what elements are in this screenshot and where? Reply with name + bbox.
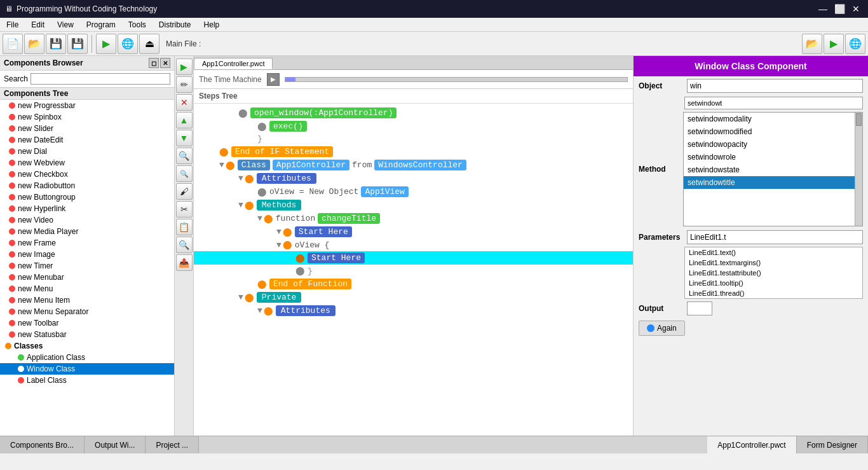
side-run-btn[interactable]: ▶ bbox=[176, 59, 193, 75]
toolbar-right-run[interactable]: ▶ bbox=[824, 34, 844, 54]
autocomplete-linedit-textmargins[interactable]: LineEdit1.textmargins() bbox=[685, 258, 862, 268]
menu-tools[interactable]: Tools bbox=[122, 19, 153, 31]
scroll-thumb[interactable] bbox=[856, 113, 862, 126]
panel-close-btn[interactable]: ✕ bbox=[160, 58, 170, 68]
code-line-function[interactable]: ▼ ⬤ function changeTitle bbox=[194, 212, 633, 225]
side-copy-btn[interactable]: 📋 bbox=[176, 219, 193, 235]
maximize-button[interactable]: ⬜ bbox=[832, 2, 846, 16]
status-tab-formdesigner[interactable]: Form Designer bbox=[797, 436, 868, 453]
tree-item-frame[interactable]: new Frame bbox=[0, 237, 174, 249]
tab-app1controller[interactable]: App1Controller.pwct bbox=[194, 58, 273, 69]
method-setwindowopacity[interactable]: setwindowopacity bbox=[684, 138, 855, 151]
method-setwindowmodality[interactable]: setwindowmodality bbox=[684, 113, 855, 125]
tree-item-buttongroup[interactable]: new Buttongroup bbox=[0, 191, 174, 203]
side-paint-btn[interactable]: 🖌 bbox=[176, 183, 193, 200]
tree-item-menubar[interactable]: new Menubar bbox=[0, 272, 174, 283]
tree-item-image[interactable]: new Image bbox=[0, 249, 174, 260]
tree-item-timer[interactable]: new Timer bbox=[0, 260, 174, 272]
time-slider[interactable] bbox=[285, 77, 628, 82]
code-line-class[interactable]: ▼ ⬤ Class App1Controller from WindowsCon… bbox=[194, 158, 633, 172]
code-line-starthere1[interactable]: ▼ ⬤ Start Here bbox=[194, 225, 633, 238]
method-setwindowstate[interactable]: setwindowstate bbox=[684, 163, 855, 176]
again-button[interactable]: Again bbox=[639, 321, 685, 336]
status-tab-project[interactable]: Project ... bbox=[146, 436, 199, 453]
autocomplete-linedit-tooltip[interactable]: LineEdit1.tooltip() bbox=[685, 278, 862, 288]
menu-program[interactable]: Program bbox=[80, 19, 122, 31]
tree-item-windowclass[interactable]: Window Class bbox=[0, 363, 174, 375]
object-input[interactable] bbox=[687, 79, 863, 93]
tree-item-radiobutton[interactable]: new Radiobutton bbox=[0, 180, 174, 191]
side-delete-btn[interactable]: ✕ bbox=[176, 94, 193, 111]
tree-item-checkbox[interactable]: new Checkbox bbox=[0, 169, 174, 180]
code-line-attributes2[interactable]: ▼ ⬤ Attributes bbox=[194, 304, 633, 317]
tree-section-classes[interactable]: Classes bbox=[0, 340, 174, 352]
side-export-btn[interactable]: 📤 bbox=[176, 254, 193, 271]
tree-item-menuitem[interactable]: new Menu Item bbox=[0, 294, 174, 306]
toolbar-web[interactable]: 🌐 bbox=[118, 34, 138, 54]
code-line-methods[interactable]: ▼ ⬤ Methods bbox=[194, 198, 633, 212]
side-down-btn[interactable]: ▼ bbox=[176, 130, 193, 146]
toolbar-saveas[interactable]: 💾 bbox=[67, 34, 88, 54]
code-line-starthere2[interactable]: ⬤ Start Here bbox=[194, 251, 633, 265]
autocomplete-linedit-thread[interactable]: LineEdit1.thread() bbox=[685, 288, 862, 298]
tree-item-webview[interactable]: new Webview bbox=[0, 157, 174, 169]
code-line-endfunction[interactable]: ⬤ End of Function bbox=[194, 277, 633, 291]
window-class-component-header: Window Class Component bbox=[634, 56, 868, 76]
tree-item-dial[interactable]: new Dial bbox=[0, 146, 174, 157]
tree-item-menuseparator[interactable]: new Menu Separator bbox=[0, 306, 174, 317]
code-line-private[interactable]: ▼ ⬤ Private bbox=[194, 291, 633, 304]
search-input[interactable] bbox=[31, 73, 170, 85]
menu-help[interactable]: Help bbox=[198, 19, 226, 31]
autocomplete-linedit-text[interactable]: LineEdit1.text() bbox=[685, 247, 862, 258]
tree-item-mediaplayer[interactable]: new Media Player bbox=[0, 226, 174, 237]
method-setwindowtitle[interactable]: setwindowtitle bbox=[684, 176, 855, 189]
menu-distribute[interactable]: Distribute bbox=[153, 19, 198, 31]
autocomplete-linedit-testattribute[interactable]: LineEdit1.testattribute() bbox=[685, 268, 862, 278]
tree-item-menu[interactable]: new Menu bbox=[0, 283, 174, 294]
tree-item-spinbox[interactable]: new Spinbox bbox=[0, 111, 174, 123]
minimize-button[interactable]: — bbox=[816, 2, 830, 16]
tree-item-appclass[interactable]: Application Class bbox=[0, 352, 174, 363]
side-edit-btn[interactable]: ✏ bbox=[176, 76, 193, 93]
method-setwindowmodified[interactable]: setwindowmodified bbox=[684, 125, 855, 138]
side-zoom-in-btn[interactable]: 🔍 bbox=[176, 148, 193, 164]
side-up-btn[interactable]: ▲ bbox=[176, 112, 193, 128]
menu-edit[interactable]: Edit bbox=[25, 19, 51, 31]
tree-item-progressbar[interactable]: new Progressbar bbox=[0, 100, 174, 111]
status-tab-components[interactable]: Components Bro... bbox=[0, 436, 85, 453]
toolbar-right-web[interactable]: 🌐 bbox=[845, 34, 865, 54]
toolbar-new[interactable]: 📄 bbox=[3, 34, 23, 54]
toolbar-open[interactable]: 📂 bbox=[24, 34, 44, 54]
method-search-input[interactable] bbox=[684, 97, 863, 109]
toolbar-run[interactable]: ▶ bbox=[96, 34, 116, 54]
status-tab-output[interactable]: Output Wi... bbox=[85, 436, 146, 453]
method-scrollbar[interactable] bbox=[855, 113, 862, 226]
side-search2-btn[interactable]: 🔍 bbox=[176, 237, 193, 253]
tree-item-video[interactable]: new Video bbox=[0, 214, 174, 226]
time-machine-play-btn[interactable]: ▶ bbox=[267, 73, 280, 86]
toolbar-stop[interactable]: ⏏ bbox=[139, 34, 159, 54]
menu-file[interactable]: File bbox=[0, 19, 25, 31]
tree-item-labelclass[interactable]: Label Class bbox=[0, 375, 174, 386]
method-setwindowrole[interactable]: setwindowrole bbox=[684, 151, 855, 163]
code-line-openwindow[interactable]: ⬤ open_window(:App1Controller) bbox=[194, 106, 633, 120]
menu-view[interactable]: View bbox=[51, 19, 80, 31]
side-zoom-out-btn[interactable]: 🔍 bbox=[176, 165, 193, 182]
code-line-exec[interactable]: ⬤ exec() bbox=[194, 120, 633, 133]
toolbar-save[interactable]: 💾 bbox=[46, 34, 66, 54]
close-button[interactable]: ✕ bbox=[849, 2, 863, 16]
side-cut-btn[interactable]: ✂ bbox=[176, 201, 193, 218]
toolbar-right-open[interactable]: 📂 bbox=[802, 34, 822, 54]
tree-item-toolbar[interactable]: new Toolbar bbox=[0, 317, 174, 329]
code-line-oview-attr[interactable]: ⬤ oView = New Object App1View bbox=[194, 185, 633, 198]
tree-item-hyperlink[interactable]: new Hyperlink bbox=[0, 203, 174, 214]
tree-item-dateedit[interactable]: new DateEdit bbox=[0, 134, 174, 146]
code-line-oview-brace[interactable]: ▼ ⬤ oView { bbox=[194, 238, 633, 251]
parameters-input[interactable] bbox=[687, 230, 863, 244]
code-line-attributes[interactable]: ▼ ⬤ Attributes bbox=[194, 172, 633, 185]
status-tab-app1controller[interactable]: App1Controller.pwct bbox=[707, 436, 796, 453]
tree-item-slider[interactable]: new Slider bbox=[0, 123, 174, 134]
code-line-endif[interactable]: ⬤ End of IF Statement bbox=[194, 145, 633, 158]
tree-item-statusbar[interactable]: new Statusbar bbox=[0, 329, 174, 340]
panel-restore-btn[interactable]: ◻ bbox=[149, 58, 159, 68]
